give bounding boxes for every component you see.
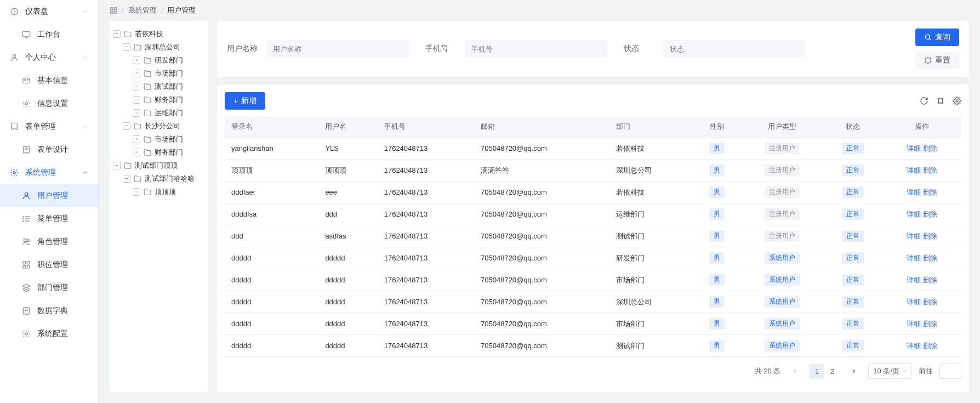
nav-item[interactable]: 工作台 (0, 23, 98, 46)
nav-item[interactable]: 菜单管理 (0, 207, 98, 230)
detail-button[interactable]: 详细 (907, 276, 921, 284)
detail-button[interactable]: 详细 (907, 166, 921, 174)
right-panel: 用户名称 手机号 状态 查询 (217, 21, 969, 392)
breadcrumb-item[interactable]: 系统管理 (128, 5, 157, 15)
tree-node[interactable]: ▫财务部门 (113, 93, 205, 106)
delete-button[interactable]: 删除 (923, 342, 937, 350)
nav-item[interactable]: 基本信息 (0, 69, 98, 92)
tree-node[interactable]: ▫测试部门 (113, 80, 205, 93)
nav-item[interactable]: 部门管理 (0, 276, 98, 299)
nav-item[interactable]: 职位管理 (0, 253, 98, 276)
nav-group[interactable]: 表单管理 (0, 115, 98, 138)
nav-item[interactable]: 角色管理 (0, 230, 98, 253)
cell-status: 正常 (823, 335, 883, 357)
tree-node[interactable]: ▫研发部门 (113, 54, 205, 67)
tree-node[interactable]: ▫财务部门 (113, 146, 205, 159)
tree-node-label: 测试部门 (155, 82, 183, 92)
detail-button[interactable]: 详细 (907, 254, 921, 262)
tree-node[interactable]: ▫市场部门 (113, 67, 205, 80)
detail-button[interactable]: 详细 (907, 320, 921, 328)
table-header: 邮箱 (474, 116, 609, 138)
nav-group[interactable]: 系统管理 (0, 161, 98, 184)
delete-button[interactable]: 删除 (923, 276, 937, 284)
page-number[interactable]: 2 (824, 364, 840, 379)
tree-node[interactable]: −若依科技 (113, 27, 205, 41)
username-input[interactable] (266, 40, 409, 58)
tree-node[interactable]: ▫运维部门 (113, 106, 205, 120)
filter-phone: 手机号 (425, 40, 607, 58)
detail-button[interactable]: 详细 (907, 210, 921, 218)
delete-button[interactable]: 删除 (923, 210, 937, 218)
table-card: + 新增 登录名用户名手机号邮箱部门性别用户类型状态操作 yangliansha… (217, 84, 969, 392)
delete-button[interactable]: 删除 (923, 232, 937, 240)
nav-item[interactable]: 数据字典 (0, 299, 98, 322)
nav-group[interactable]: 个人中心 (0, 46, 98, 69)
tree-node[interactable]: −长沙分公司 (113, 120, 205, 133)
phone-input[interactable] (465, 40, 607, 58)
detail-button[interactable]: 详细 (907, 188, 921, 196)
refresh-icon[interactable] (920, 97, 928, 105)
detail-button[interactable]: 详细 (907, 298, 921, 306)
nav-item[interactable]: 系统配置 (0, 322, 98, 345)
delete-button[interactable]: 删除 (923, 166, 937, 174)
tree-collapse-icon[interactable]: − (113, 162, 121, 169)
status-input[interactable] (663, 40, 806, 58)
tree-collapse-icon[interactable]: − (123, 175, 130, 183)
delete-button[interactable]: 删除 (923, 298, 937, 306)
status-tag: 正常 (842, 318, 864, 330)
goto-label: 前往 (919, 366, 933, 376)
tree-node[interactable]: ▫顶顶顶 (113, 185, 205, 198)
type-tag: 系统用户 (765, 252, 800, 264)
cell-name: ddddd (318, 313, 377, 335)
page-number[interactable]: 1 (809, 364, 824, 379)
cell-phone: 17624048713 (378, 269, 474, 291)
detail-button[interactable]: 详细 (907, 232, 921, 240)
cell-phone: 17624048713 (378, 181, 474, 203)
tree-collapse-icon[interactable]: − (113, 30, 121, 38)
tree-node[interactable]: −深圳总公司 (113, 41, 205, 54)
prev-page-button[interactable] (787, 364, 802, 379)
tree-collapse-icon[interactable]: − (123, 122, 130, 130)
breadcrumb: / 系统管理 / 用户管理 (99, 0, 980, 21)
tree-node[interactable]: −测试部门顶顶 (113, 159, 205, 172)
table-row: dddfaereee17624048713705048720@qq.com若依科… (225, 181, 961, 203)
doc-icon (22, 306, 31, 315)
cell-actions: 详细删除 (883, 335, 961, 357)
delete-button[interactable]: 删除 (923, 188, 937, 196)
cell-phone: 17624048713 (378, 247, 474, 269)
status-tag: 正常 (842, 340, 864, 351)
cell-status: 正常 (823, 138, 883, 160)
table-row: dddddddddd17624048713705048720@qq.com研发部… (225, 247, 961, 269)
next-page-button[interactable] (846, 364, 862, 379)
detail-button[interactable]: 详细 (907, 144, 921, 152)
status-tag: 正常 (842, 296, 864, 308)
cell-dept: 深圳总公司 (609, 291, 693, 313)
nav-item[interactable]: 用户管理 (0, 184, 98, 207)
cell-login: ddddd (225, 269, 318, 291)
svg-rect-1 (22, 32, 30, 37)
nav-group[interactable]: 仪表盘 (0, 0, 98, 23)
nav-item-label: 工作台 (37, 30, 60, 39)
tree-collapse-icon[interactable]: − (123, 43, 130, 51)
reset-button[interactable]: 重置 (915, 52, 959, 69)
nav-item[interactable]: 信息设置 (0, 92, 98, 115)
cell-type: 系统用户 (741, 269, 823, 291)
delete-button[interactable]: 删除 (923, 254, 937, 262)
filter-card: 用户名称 手机号 状态 查询 (217, 21, 969, 77)
cell-gender: 男 (692, 247, 741, 269)
page-size-select[interactable]: 10 条/页 (868, 364, 912, 379)
goto-input[interactable] (939, 364, 961, 379)
detail-button[interactable]: 详细 (907, 342, 921, 350)
svg-point-11 (25, 193, 27, 196)
folder-icon (124, 162, 132, 169)
delete-button[interactable]: 删除 (923, 144, 937, 152)
nav-item[interactable]: 表单设计 (0, 138, 98, 161)
status-tag: 正常 (842, 208, 864, 220)
add-button[interactable]: + 新增 (225, 92, 265, 110)
tree-node[interactable]: ▫市场部门 (113, 133, 205, 146)
search-button[interactable]: 查询 (915, 29, 959, 46)
delete-button[interactable]: 删除 (923, 320, 937, 328)
tree-node[interactable]: −测试部门哈哈哈 (113, 172, 205, 185)
gear-icon[interactable] (953, 97, 961, 105)
columns-icon[interactable] (936, 97, 945, 105)
